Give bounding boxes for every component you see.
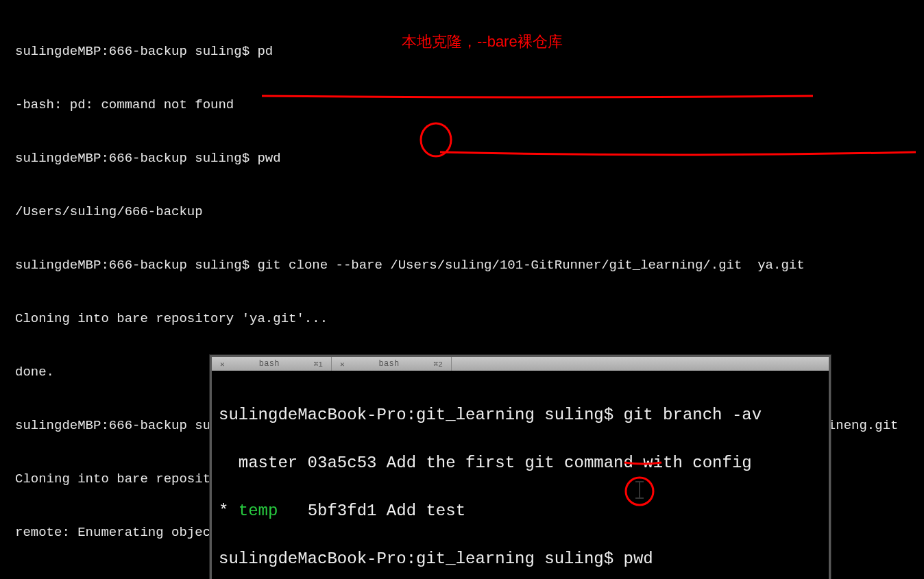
close-icon[interactable]: ✕ (340, 360, 345, 369)
term-line: master 03a5c53 Add the first git command… (219, 451, 822, 475)
term-line: sulingdeMacBook-Pro:git_learning suling$… (219, 403, 822, 427)
current-branch: temp (239, 502, 278, 520)
term-line: Cloning into bare repository 'ya.git'... (15, 310, 909, 328)
tab-label: bash (379, 359, 400, 369)
term-line: sulingdeMacBook-Pro:git_learning suling$… (219, 547, 822, 571)
terminal-tab[interactable]: ✕ bash ⌘1 (212, 357, 332, 371)
term-line: sulingdeMBP:666-backup suling$ git clone… (15, 256, 909, 274)
close-icon[interactable]: ✕ (220, 360, 225, 369)
tab-shortcut: ⌘1 (314, 360, 323, 369)
term-line: -bash: pd: command not found (15, 96, 909, 114)
tab-bar: ✕ bash ⌘1 ✕ bash ⌘2 (212, 357, 829, 371)
term-line: sulingdeMBP:666-backup suling$ pwd (15, 149, 909, 167)
tab-label: bash (259, 359, 280, 369)
inset-terminal-window: ✕ bash ⌘1 ✕ bash ⌘2 sulingdeMacBook-Pro:… (210, 355, 831, 579)
inset-terminal[interactable]: sulingdeMacBook-Pro:git_learning suling$… (212, 371, 829, 579)
term-line: * temp 5bf3fd1 Add test (219, 499, 822, 523)
tab-shortcut: ⌘2 (434, 360, 443, 369)
term-line: /Users/suling/666-backup (15, 203, 909, 221)
annotation-label: 本地克隆，--bare裸仓库 (402, 32, 563, 52)
terminal-tab[interactable]: ✕ bash ⌘2 (332, 357, 452, 371)
